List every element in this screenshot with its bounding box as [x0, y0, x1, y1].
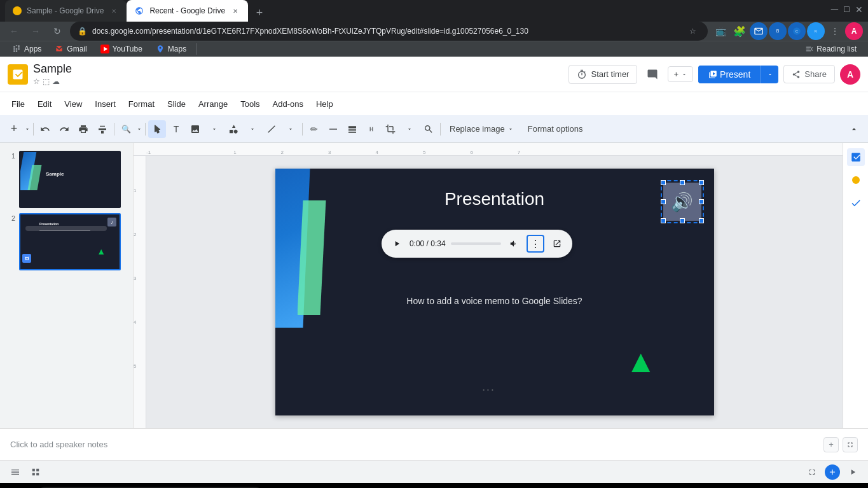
extensions-icon[interactable]: 🧩 [731, 22, 748, 40]
right-panel-check[interactable] [847, 194, 865, 212]
extension-btn-2[interactable]: B [769, 22, 787, 40]
menu-help[interactable]: Help [310, 97, 340, 111]
paint-format-button[interactable] [93, 120, 111, 138]
back-button[interactable]: ← [5, 22, 23, 40]
print-button[interactable] [74, 120, 92, 138]
bookmark-maps[interactable]: Maps [150, 41, 191, 57]
audio-play-button[interactable] [389, 236, 404, 251]
lines-dropdown[interactable] [282, 120, 300, 138]
present-dropdown[interactable] [761, 66, 778, 83]
audio-progress-bar[interactable] [451, 242, 501, 245]
taskbar-task-view[interactable] [267, 484, 293, 488]
taskbar-start-button[interactable] [5, 483, 33, 488]
lines-tool[interactable] [263, 120, 280, 138]
tab-sample-google-drive[interactable]: Sample - Google Drive ✕ [5, 0, 127, 22]
add-slide-notes-btn[interactable]: + [823, 437, 839, 452]
forward-button[interactable]: → [27, 22, 45, 40]
handle-bottom-right[interactable] [699, 218, 704, 223]
extension-btn-4[interactable]: K [807, 22, 825, 40]
bookmark-apps[interactable]: Apps [6, 41, 46, 57]
menu-file[interactable]: File [5, 97, 31, 111]
menu-addons[interactable]: Add-ons [266, 97, 310, 111]
redo-button[interactable] [55, 120, 73, 138]
line-tool-2[interactable] [324, 120, 342, 138]
text-spacing-tool[interactable] [362, 120, 380, 138]
handle-bottom-left[interactable] [661, 218, 666, 223]
reading-list-button[interactable]: Reading list [800, 42, 862, 56]
zoom-dropdown[interactable] [136, 126, 142, 132]
reload-button[interactable]: ↻ [48, 22, 66, 40]
menu-format[interactable]: Format [122, 97, 161, 111]
minimize-icon[interactable]: ─ [831, 4, 838, 15]
handle-bottom-mid[interactable] [680, 218, 685, 223]
list-view-btn[interactable] [8, 464, 23, 480]
tab-close-recent[interactable]: ✕ [230, 6, 240, 16]
undo-button[interactable] [36, 120, 54, 138]
menu-view[interactable]: View [58, 97, 88, 111]
menu-slide[interactable]: Slide [161, 97, 192, 111]
add-widget-btn[interactable] [825, 464, 840, 480]
maximize-icon[interactable]: ☐ [843, 5, 850, 14]
select-tool[interactable] [148, 120, 166, 138]
bookmark-youtube[interactable]: YouTube [95, 41, 148, 57]
close-icon[interactable]: ✕ [855, 4, 863, 15]
right-panel-explore[interactable] [847, 148, 865, 166]
menu-insert[interactable]: Insert [88, 97, 122, 111]
handle-top-right[interactable] [699, 180, 704, 185]
image-tool[interactable] [186, 120, 204, 138]
adjust-image-tool[interactable] [420, 120, 437, 138]
image-dropdown[interactable] [205, 120, 223, 138]
text-align-tool[interactable] [343, 120, 361, 138]
share-button[interactable]: Share [783, 65, 835, 83]
extension-btn-3[interactable]: C [788, 22, 806, 40]
comment-button[interactable] [642, 64, 663, 85]
format-options-button[interactable]: Format options [521, 122, 589, 136]
new-tab-button[interactable]: + [251, 4, 268, 22]
collapse-toolbar-button[interactable] [845, 120, 863, 138]
zoom-button[interactable]: + [668, 66, 693, 82]
slide-canvas[interactable]: Presentation How to add a voice memo to … [275, 169, 714, 415]
crop-tool[interactable] [382, 120, 399, 138]
handle-left-mid[interactable] [661, 199, 666, 204]
user-avatar[interactable]: A [840, 64, 860, 85]
audio-element[interactable]: 🔊 [663, 183, 701, 221]
handle-top-left[interactable] [661, 180, 666, 185]
cast-icon[interactable]: 📺 [712, 22, 729, 40]
slide-item-1[interactable]: 1 Sample [0, 148, 133, 211]
right-panel-comment[interactable] [847, 171, 865, 189]
notes-area[interactable]: Click to add speaker notes + [0, 428, 868, 460]
audio-controls-bar[interactable]: 0:00 / 0:34 ⋮ [382, 230, 572, 258]
star-icon[interactable]: ☆ [33, 77, 40, 86]
crop-dropdown[interactable] [401, 120, 418, 138]
audio-more-options-button[interactable]: ⋮ [527, 235, 544, 253]
present-button[interactable]: Present [698, 66, 761, 83]
start-timer-button[interactable]: Start timer [568, 65, 637, 84]
taskbar-chrome[interactable] [298, 484, 323, 488]
shapes-dropdown[interactable] [244, 120, 261, 138]
extension-btn-1[interactable] [750, 22, 768, 40]
text-box-tool[interactable]: T [167, 120, 185, 138]
move-to-folder-icon[interactable]: ⬚ [43, 77, 50, 86]
fit-screen-btn[interactable] [804, 464, 820, 480]
audio-volume-button[interactable] [506, 236, 521, 251]
menu-arrange[interactable]: Arrange [192, 97, 234, 111]
profile-button[interactable]: A [845, 22, 863, 40]
expand-notes-btn[interactable] [843, 437, 858, 452]
grid-view-btn[interactable] [28, 464, 43, 480]
slide-thumb-1[interactable]: Sample [19, 151, 121, 208]
bookmark-gmail[interactable]: Gmail [49, 41, 92, 57]
slide-thumb-2[interactable]: Presentation ♪ ▲ 🖼 [19, 213, 121, 270]
taskbar-notification-button[interactable] [843, 484, 863, 488]
taskbar-file-explorer[interactable] [324, 484, 350, 488]
add-slide-button[interactable]: + [5, 120, 23, 138]
zoom-out-button[interactable]: 🔍 [117, 120, 135, 138]
taskbar-windows-explorer[interactable] [351, 484, 376, 488]
handle-top-mid[interactable] [680, 180, 685, 185]
menu-tools[interactable]: Tools [234, 97, 266, 111]
shapes-tool[interactable] [224, 120, 242, 138]
settings-icon[interactable]: ⋮ [826, 22, 844, 40]
handle-right-mid[interactable] [699, 199, 704, 204]
slide-item-2[interactable]: 2 Presentation ♪ ▲ 🖼 [0, 211, 133, 273]
add-slide-dropdown[interactable] [24, 126, 31, 132]
tab-close-sample[interactable]: ✕ [109, 6, 119, 16]
